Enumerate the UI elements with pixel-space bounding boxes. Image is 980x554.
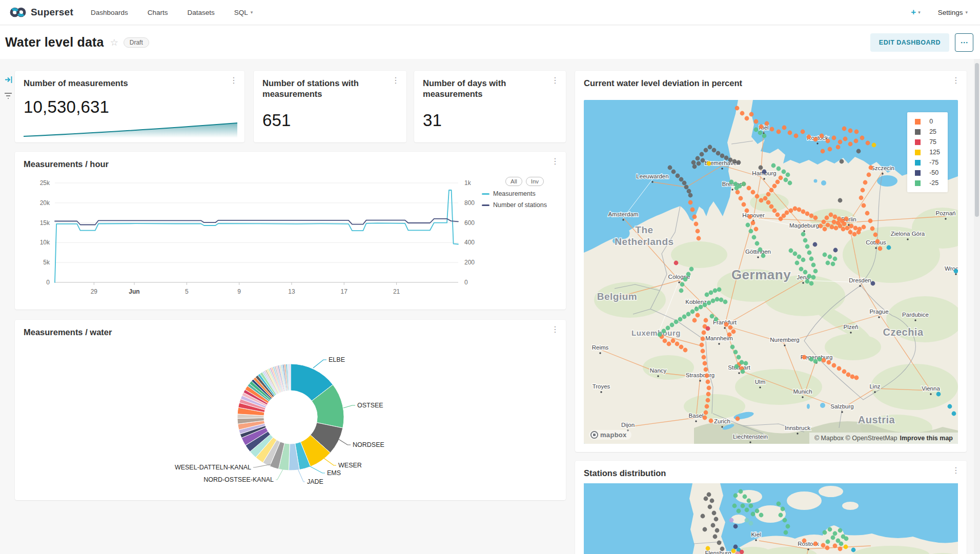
kpi-card-measurements: Number of measurements ⋮ 10,530,631: [15, 71, 244, 142]
legend-color-swatch: [915, 180, 921, 186]
edit-dashboard-button[interactable]: EDIT DASHBOARD: [870, 33, 949, 52]
kebab-menu-icon[interactable]: ⋮: [551, 76, 559, 85]
kebab-menu-icon[interactable]: ⋮: [952, 466, 960, 475]
svg-text:0: 0: [464, 279, 468, 286]
svg-text:Liechtenstein: Liechtenstein: [733, 434, 768, 440]
kpi-title: Number of days with measurements: [423, 78, 543, 100]
mapbox-icon: [590, 431, 598, 439]
kebab-menu-icon[interactable]: ⋮: [392, 76, 400, 85]
chart-title: Current water level deviation in percent: [584, 78, 944, 89]
svg-text:WESEL-DATTELN-KANAL: WESEL-DATTELN-KANAL: [175, 464, 251, 471]
legend-swatch: [482, 193, 489, 195]
nav-item-sql[interactable]: SQL▾: [234, 9, 253, 16]
map-legend-item: -25: [915, 179, 940, 187]
svg-text:29: 29: [91, 288, 98, 295]
deviation-map[interactable]: TheNetherlandsBelgiumGermanyLuxembourgCz…: [584, 100, 958, 444]
legend-value: -25: [929, 179, 938, 187]
top-nav: Superset DashboardsChartsDatasetsSQL▾ +▾…: [0, 0, 980, 25]
nav-item-datasets[interactable]: Datasets: [187, 9, 214, 16]
map-legend-item: 0: [915, 118, 940, 125]
chart-title: Stations distribution: [584, 468, 944, 479]
superset-infinity-icon: [9, 7, 27, 18]
legend-item[interactable]: Number of stations: [482, 201, 564, 209]
svg-text:Nancy: Nancy: [650, 367, 667, 374]
status-badge: Draft: [124, 37, 149, 48]
svg-text:Czechia: Czechia: [883, 326, 923, 338]
expand-filter-bar-icon[interactable]: [5, 76, 13, 84]
dashboard-content: Number of measurements ⋮ 10,530,631 Numb…: [0, 59, 980, 554]
nav-item-dashboards[interactable]: Dashboards: [91, 9, 128, 16]
legend-button-all[interactable]: All: [505, 177, 522, 186]
kpi-title: Number of measurements: [24, 78, 222, 89]
legend-value: 75: [929, 138, 936, 146]
new-item-button[interactable]: +▾: [911, 7, 920, 17]
scrollbar-thumb[interactable]: [975, 63, 979, 217]
svg-text:Ulm: Ulm: [755, 379, 765, 385]
kpi-value: 651: [262, 111, 291, 130]
svg-text:Szczecin: Szczecin: [871, 165, 894, 171]
more-options-button[interactable]: ⋯: [955, 33, 973, 52]
svg-text:Prague: Prague: [869, 309, 888, 315]
dashboard-header: Water level data ☆ Draft EDIT DASHBOARD …: [0, 26, 980, 59]
trend-sparkline: [23, 121, 238, 138]
donut-chart[interactable]: ELBEOSTSEENORDSEEWESEREMSJADENORD-OSTSEE…: [15, 320, 566, 500]
svg-text:Reims: Reims: [592, 344, 609, 351]
legend-button-inv[interactable]: Inv: [526, 177, 544, 186]
improve-map-link[interactable]: Improve this map: [900, 435, 953, 442]
svg-text:Salzburg: Salzburg: [830, 403, 853, 409]
kebab-menu-icon[interactable]: ⋮: [952, 76, 960, 85]
svg-text:Belgium: Belgium: [597, 291, 637, 302]
svg-text:OSTSEE: OSTSEE: [357, 402, 383, 409]
legend-color-swatch: [915, 170, 921, 176]
nav-item-charts[interactable]: Charts: [148, 9, 168, 16]
page-title: Water level data: [5, 35, 104, 50]
map-legend-item: 125: [915, 149, 940, 156]
svg-text:20k: 20k: [40, 199, 50, 207]
svg-text:WESER: WESER: [338, 462, 362, 469]
svg-text:Nuremberg: Nuremberg: [770, 337, 800, 343]
svg-text:Pardubice: Pardubice: [902, 312, 929, 318]
superset-logo[interactable]: Superset: [9, 7, 73, 18]
map-legend-item: 25: [915, 128, 940, 135]
scrollbar-track[interactable]: [974, 59, 980, 554]
legend-item[interactable]: Measurements: [482, 190, 564, 197]
svg-text:NORDSEE: NORDSEE: [353, 441, 384, 448]
svg-text:Plzeň: Plzeň: [844, 324, 859, 330]
brand-name: Superset: [31, 7, 73, 18]
mapbox-logo[interactable]: mapbox: [589, 430, 631, 440]
map-legend: 02575125-75-50-25: [907, 112, 948, 192]
map-legend-item: -50: [915, 169, 940, 176]
svg-text:21: 21: [393, 288, 400, 295]
stations-map-panel: Stations distribution ⋮: [575, 461, 967, 554]
legend-color-swatch: [915, 160, 921, 166]
legend-swatch: [482, 204, 489, 206]
kpi-value: 10,530,631: [24, 97, 109, 117]
svg-text:Zielona Góra: Zielona Góra: [891, 231, 925, 237]
map-canvas: TheNetherlandsBelgiumGermanyLuxembourgCz…: [584, 100, 958, 444]
svg-text:200: 200: [464, 259, 475, 266]
svg-text:Linz: Linz: [869, 383, 880, 389]
svg-text:Basel: Basel: [689, 413, 704, 419]
svg-text:600: 600: [464, 219, 475, 227]
svg-text:10k: 10k: [40, 239, 50, 246]
deviation-map-panel: Current water level deviation in percent…: [575, 71, 967, 452]
settings-menu[interactable]: Settings▾: [938, 9, 968, 16]
svg-text:9: 9: [237, 288, 241, 295]
stations-map[interactable]: KielRostockFlensburg: [584, 483, 958, 554]
svg-text:Innsbruck: Innsbruck: [785, 425, 810, 431]
kebab-menu-icon[interactable]: ⋮: [230, 76, 238, 85]
chart-legend: AllInv MeasurementsNumber of stations: [482, 177, 564, 209]
nav-menu: DashboardsChartsDatasetsSQL▾: [91, 9, 253, 16]
filter-funnel-icon[interactable]: [4, 92, 13, 100]
svg-text:17: 17: [341, 288, 348, 295]
favorite-star-icon[interactable]: ☆: [110, 37, 118, 48]
svg-text:NORD-OSTSEE-KANAL: NORD-OSTSEE-KANAL: [203, 476, 274, 483]
svg-text:Strasbourg: Strasbourg: [686, 372, 714, 378]
svg-text:Luxembourg: Luxembourg: [631, 329, 681, 337]
svg-text:800: 800: [464, 199, 475, 207]
legend-label: Measurements: [493, 190, 536, 197]
kpi-value: 31: [423, 111, 442, 130]
legend-color-swatch: [915, 139, 921, 145]
map-legend-item: 75: [915, 138, 940, 146]
svg-text:Munich: Munich: [793, 388, 812, 395]
